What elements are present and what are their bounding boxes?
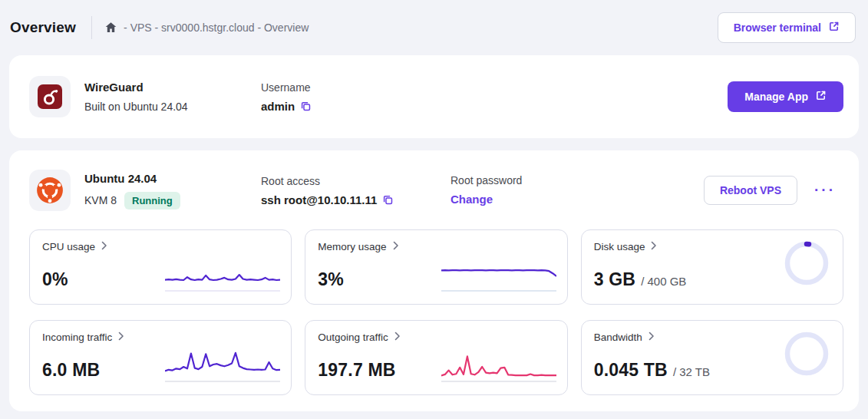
root-access-label: Root access	[261, 175, 451, 187]
plan-name: KVM 8	[84, 194, 117, 206]
reboot-vps-label: Reboot VPS	[720, 184, 781, 196]
tile-value: 0.045 TB	[594, 360, 668, 381]
breadcrumb[interactable]: - VPS - srv0000.hstgr.cloud - Overview	[104, 21, 309, 34]
tile-value: 3%	[318, 269, 344, 290]
chevron-right-icon	[393, 241, 399, 252]
reboot-vps-button[interactable]: Reboot VPS	[704, 176, 797, 205]
more-options-button[interactable]: ···	[811, 177, 839, 203]
browser-terminal-button[interactable]: Browser terminal	[718, 12, 856, 43]
root-access-value: ssh root@10.10.11.11	[261, 193, 377, 206]
external-link-icon	[828, 21, 840, 35]
os-name: Ubuntu 24.04	[84, 172, 261, 185]
metric-tiles: CPU usage 0% Memory usage 3% Disk usage	[29, 229, 843, 395]
browser-terminal-label: Browser terminal	[734, 21, 821, 34]
tile-label: Disk usage	[594, 241, 645, 252]
sparkline-outgoing-traffic	[441, 347, 556, 382]
app-subtitle: Built on Ubuntu 24.04	[84, 101, 261, 113]
ubuntu-logo	[29, 170, 71, 211]
tile-value: 3 GB	[594, 269, 635, 290]
tile-value: 0%	[42, 269, 68, 290]
app-name: WireGuard	[84, 81, 261, 94]
copy-ssh-icon[interactable]	[382, 194, 394, 206]
breadcrumb-text: - VPS - srv0000.hstgr.cloud - Overview	[124, 21, 309, 34]
app-card: WireGuard Built on Ubuntu 24.04 Username…	[9, 55, 859, 138]
change-password-link[interactable]: Change	[451, 193, 493, 206]
tile-label: Outgoing traffic	[318, 332, 388, 343]
tile-value: 197.7 MB	[318, 360, 395, 381]
metric-tile-incoming-traffic[interactable]: Incoming traffic 6.0 MB	[29, 320, 292, 395]
tile-suffix: / 400 GB	[641, 275, 686, 288]
chevron-right-icon	[649, 332, 655, 343]
username-value: admin	[261, 100, 295, 113]
metric-tile-bandwidth[interactable]: Bandwidth 0.045 TB / 32 TB	[581, 320, 843, 395]
wireguard-logo	[29, 76, 71, 117]
chevron-right-icon	[101, 241, 107, 252]
tile-value: 6.0 MB	[42, 360, 100, 381]
status-badge: Running	[124, 192, 180, 210]
tile-label: Memory usage	[318, 241, 386, 252]
tile-label: Incoming traffic	[42, 332, 112, 343]
donut-disk-usage	[784, 241, 829, 285]
copy-username-icon[interactable]	[300, 101, 312, 112]
vps-card: Ubuntu 24.04 KVM 8 Running Root access s…	[9, 150, 859, 411]
manage-app-label: Manage App	[744, 91, 808, 103]
top-bar: Overview - VPS - srv0000.hstgr.cloud - O…	[0, 0, 868, 55]
chevron-right-icon	[394, 332, 401, 343]
sparkline-memory-usage	[441, 256, 556, 292]
header-divider	[91, 16, 92, 39]
external-link-icon	[815, 90, 827, 104]
metric-tile-cpu-usage[interactable]: CPU usage 0%	[29, 229, 292, 305]
tile-label: CPU usage	[42, 241, 95, 252]
sparkline-cpu-usage	[165, 256, 280, 292]
donut-bandwidth	[784, 332, 829, 376]
metric-tile-memory-usage[interactable]: Memory usage 3%	[305, 229, 567, 305]
page-title: Overview	[10, 19, 76, 36]
chevron-right-icon	[118, 332, 124, 343]
sparkline-incoming-traffic	[165, 347, 280, 382]
tile-suffix: / 32 TB	[673, 365, 710, 378]
root-password-label: Root password	[451, 174, 627, 186]
chevron-right-icon	[651, 241, 657, 252]
metric-tile-outgoing-traffic[interactable]: Outgoing traffic 197.7 MB	[305, 320, 567, 395]
username-label: Username	[261, 81, 451, 94]
manage-app-button[interactable]: Manage App	[728, 81, 843, 112]
metric-tile-disk-usage[interactable]: Disk usage 3 GB / 400 GB	[581, 229, 843, 305]
home-icon[interactable]	[104, 21, 117, 34]
tile-label: Bandwidth	[594, 332, 642, 343]
